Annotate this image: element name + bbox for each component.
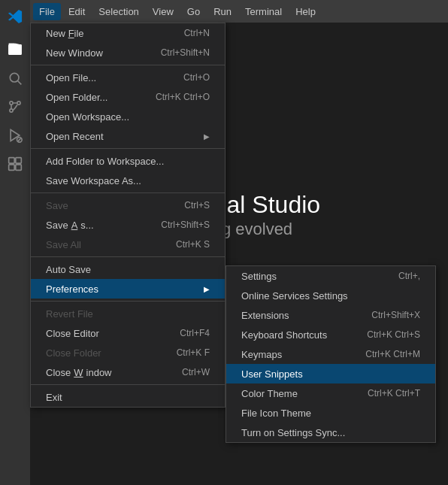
explorer-icon[interactable] bbox=[2, 37, 28, 62]
svg-marker-6 bbox=[11, 130, 20, 141]
user-snippets-menu-item[interactable]: User Snippets bbox=[226, 364, 435, 383]
svg-rect-12 bbox=[16, 165, 22, 171]
separator-5 bbox=[31, 301, 225, 302]
svg-line-2 bbox=[18, 81, 22, 85]
view-menu-item[interactable]: View bbox=[147, 3, 180, 20]
edit-menu-item[interactable]: Edit bbox=[62, 3, 91, 20]
separator-3 bbox=[31, 192, 225, 193]
go-menu-item[interactable]: Go bbox=[181, 3, 206, 20]
revert-file-menu-item: Revert File bbox=[31, 304, 225, 323]
keymaps-menu-item[interactable]: Keymaps Ctrl+K Ctrl+M bbox=[226, 344, 435, 364]
new-file-menu-item[interactable]: New File Ctrl+N bbox=[31, 23, 225, 43]
open-recent-menu-item[interactable]: Open Recent ▶ bbox=[31, 126, 225, 146]
separator-6 bbox=[31, 384, 225, 385]
keyboard-shortcuts-menu-item[interactable]: Keyboard Shortcuts Ctrl+K Ctrl+S bbox=[226, 325, 435, 344]
terminal-menu-item[interactable]: Terminal bbox=[239, 3, 288, 20]
separator-1 bbox=[31, 65, 225, 65]
separator-4 bbox=[31, 256, 225, 257]
vscode-logo-icon bbox=[2, 4, 28, 29]
open-folder-menu-item[interactable]: Open Folder... Ctrl+K Ctrl+O bbox=[31, 87, 225, 107]
file-dropdown-menu[interactable]: New File Ctrl+N New Window Ctrl+Shift+N … bbox=[30, 23, 226, 408]
preferences-submenu[interactable]: Settings Ctrl+, Online Services Settings… bbox=[226, 265, 436, 443]
svg-rect-10 bbox=[16, 158, 22, 164]
svg-point-4 bbox=[17, 102, 20, 105]
search-icon[interactable] bbox=[2, 65, 28, 91]
close-window-menu-item[interactable]: Close Window Ctrl+W bbox=[31, 362, 225, 382]
svg-rect-11 bbox=[9, 165, 15, 171]
add-folder-workspace-menu-item[interactable]: Add Folder to Workspace... bbox=[31, 151, 225, 171]
turn-on-settings-sync-menu-item[interactable]: Turn on Settings Sync... bbox=[226, 423, 435, 442]
file-menu-item[interactable]: File bbox=[33, 3, 61, 20]
close-editor-menu-item[interactable]: Close Editor Ctrl+F4 bbox=[31, 323, 225, 343]
auto-save-menu-item[interactable]: Auto Save bbox=[31, 259, 225, 279]
settings-menu-item[interactable]: Settings Ctrl+, bbox=[226, 266, 435, 286]
preferences-menu-item[interactable]: Preferences ▶ bbox=[31, 279, 225, 299]
activity-bar bbox=[0, 0, 30, 485]
save-as-menu-item[interactable]: Save As... Ctrl+Shift+S bbox=[31, 215, 225, 235]
open-workspace-menu-item[interactable]: Open Workspace... bbox=[31, 107, 225, 126]
svg-point-3 bbox=[10, 102, 13, 105]
online-services-settings-menu-item[interactable]: Online Services Settings bbox=[226, 286, 435, 305]
new-window-menu-item[interactable]: New Window Ctrl+Shift+N bbox=[31, 43, 225, 62]
open-file-menu-item[interactable]: Open File... Ctrl+O bbox=[31, 68, 225, 87]
svg-point-1 bbox=[10, 73, 19, 82]
save-all-menu-item: Save All Ctrl+K S bbox=[31, 235, 225, 254]
exit-menu-item[interactable]: Exit bbox=[31, 387, 225, 407]
separator-2 bbox=[31, 148, 225, 149]
extensions-pref-menu-item[interactable]: Extensions Ctrl+Shift+X bbox=[226, 305, 435, 325]
run-menu-item[interactable]: Run bbox=[207, 3, 238, 20]
help-menu-item[interactable]: Help bbox=[289, 3, 322, 20]
svg-point-5 bbox=[10, 109, 13, 112]
save-menu-item: Save Ctrl+S bbox=[31, 196, 225, 215]
svg-line-8 bbox=[18, 138, 21, 141]
run-debug-icon[interactable] bbox=[2, 123, 28, 148]
close-folder-menu-item: Close Folder Ctrl+K F bbox=[31, 343, 225, 362]
menu-bar: File Edit Selection View Go Run Terminal… bbox=[30, 0, 448, 23]
svg-rect-9 bbox=[9, 158, 15, 164]
source-control-icon[interactable] bbox=[2, 94, 28, 120]
color-theme-menu-item[interactable]: Color Theme Ctrl+K Ctrl+T bbox=[226, 383, 435, 403]
extensions-icon[interactable] bbox=[2, 151, 28, 177]
file-icon-theme-menu-item[interactable]: File Icon Theme bbox=[226, 403, 435, 423]
save-workspace-as-menu-item[interactable]: Save Workspace As... bbox=[31, 171, 225, 190]
selection-menu-item[interactable]: Selection bbox=[92, 3, 144, 20]
